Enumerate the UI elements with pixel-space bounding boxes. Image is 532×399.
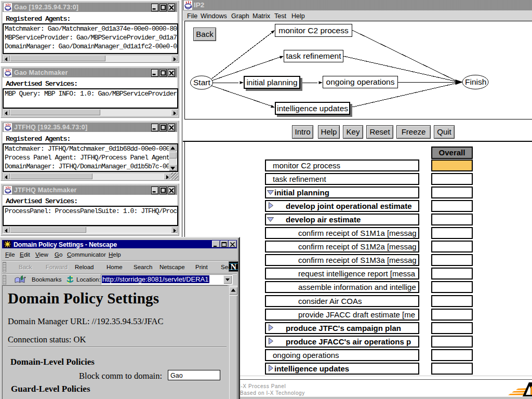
- svg-text:N: N: [231, 262, 237, 271]
- svg-text:Start: Start: [193, 78, 210, 87]
- svg-text:Finish: Finish: [465, 77, 486, 86]
